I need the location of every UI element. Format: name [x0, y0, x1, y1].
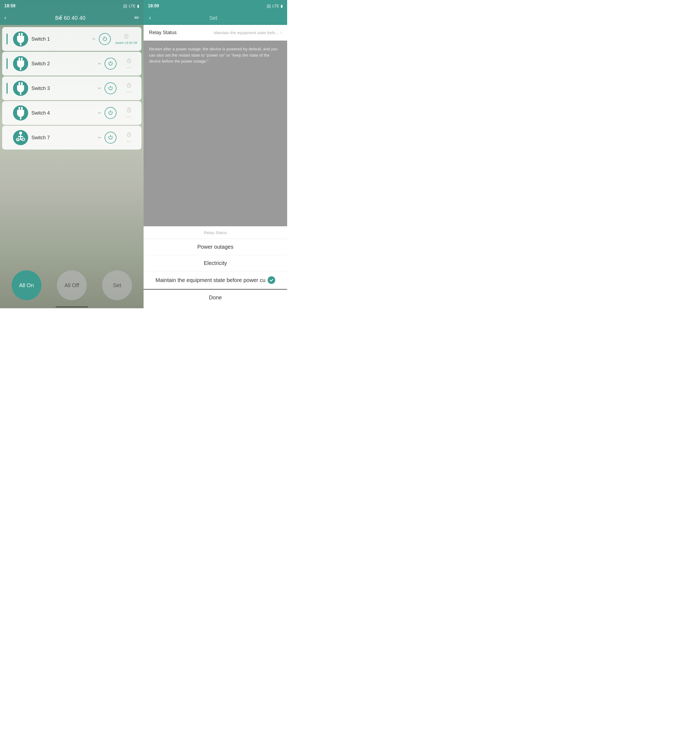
switch-1-icon	[13, 31, 28, 47]
right-nav-bar: ‹ Set	[144, 11, 287, 25]
left-signal: ||||	[123, 4, 127, 8]
switch-4-edit-icon[interactable]: ✏	[98, 111, 101, 115]
switch-4-power-button[interactable]	[105, 107, 116, 119]
left-back-button[interactable]: ‹	[4, 14, 6, 22]
right-network: LTE	[272, 4, 279, 8]
switch-7-edit-icon[interactable]: ✏	[98, 135, 101, 140]
power-icon-4	[107, 110, 113, 116]
svg-rect-4	[19, 58, 20, 61]
switch-7-timer-text: --:--	[126, 140, 131, 143]
switch-row-4: Switch 4 ✏	[2, 101, 141, 125]
clock-icon-4	[126, 107, 132, 114]
svg-rect-8	[19, 82, 20, 86]
left-battery: ▮	[137, 4, 139, 8]
right-back-button[interactable]: ‹	[149, 14, 151, 22]
switch-4-timer-text: --:--	[126, 115, 131, 119]
picker-option-maintain-label: Maintain the equipment state before powe…	[155, 277, 265, 283]
switch-7-timer[interactable]: --:--	[121, 132, 137, 143]
power-icon-7	[107, 135, 113, 141]
switch-2-icon	[13, 56, 28, 71]
switch-2-label: Switch 2	[31, 61, 94, 67]
clock-icon-1	[123, 34, 129, 40]
switch-4-accent	[6, 107, 8, 118]
svg-rect-14	[20, 117, 22, 120]
svg-rect-13	[21, 107, 23, 110]
left-home-indicator	[0, 307, 144, 308]
right-battery: ▮	[281, 4, 283, 8]
switch-1-controls: Switch 19:30 Off	[99, 33, 137, 45]
switch-3-edit-icon[interactable]: ✏	[98, 86, 101, 90]
switch-4-icon	[13, 106, 28, 121]
switch-3-label: Switch 3	[31, 85, 94, 91]
left-network: LTE	[129, 4, 135, 8]
right-status-bar: 18:59 |||| LTE ▮	[144, 0, 287, 11]
picker-option-electricity[interactable]: Electricity	[144, 255, 287, 272]
right-nav-title: Set	[210, 15, 217, 21]
switch-1-timer[interactable]: Switch 19:30 Off	[115, 34, 137, 44]
relay-status-row[interactable]: Relay Status Maintain the equipment stat…	[144, 25, 287, 40]
switch-row-3: Switch 3 ✏	[2, 76, 141, 100]
set-button[interactable]: Set	[102, 270, 132, 300]
all-on-button[interactable]: All On	[12, 270, 42, 300]
alarm-clock-icon-1	[123, 34, 129, 40]
picker-option-maintain[interactable]: Maintain the equipment state before powe…	[144, 272, 287, 289]
power-icon-1	[102, 36, 108, 42]
power-icon-3	[107, 85, 113, 91]
switch-2-timer[interactable]: --:--	[121, 58, 137, 69]
switch-4-timer[interactable]: --:--	[121, 107, 137, 119]
svg-rect-9	[21, 82, 23, 86]
switch-row-7: Switch 7 ✏	[2, 126, 141, 149]
switch-2-edit-icon[interactable]: ✏	[98, 62, 101, 66]
plug-icon-4	[13, 106, 28, 121]
svg-rect-2	[20, 43, 22, 45]
picker-option-power-outages[interactable]: Power outages	[144, 239, 287, 255]
bottom-buttons: All On All Off Set	[0, 266, 144, 307]
left-status-right: |||| LTE ▮	[123, 4, 139, 8]
picker-option-electricity-label: Electricity	[204, 260, 227, 266]
power-icon-2	[107, 61, 113, 67]
alarm-clock-icon-2	[126, 58, 132, 64]
left-time: 18:59	[4, 3, 16, 8]
switch-7-accent	[6, 132, 8, 143]
switch-3-timer[interactable]: --:--	[121, 82, 137, 94]
switch-4-label: Switch 4	[31, 110, 94, 116]
svg-rect-20	[22, 138, 25, 141]
switch-3-timer-text: --:--	[126, 90, 131, 94]
switch-4-controls: --:--	[105, 107, 137, 119]
done-button[interactable]: Done	[144, 289, 287, 306]
alarm-clock-icon-7	[126, 132, 132, 138]
svg-rect-10	[20, 92, 22, 95]
switch-3-power-button[interactable]	[105, 82, 116, 94]
picker-option-power-outages-label: Power outages	[197, 244, 233, 250]
clock-icon-3	[126, 82, 132, 90]
switch-2-controls: --:--	[105, 58, 137, 70]
svg-rect-5	[21, 58, 23, 61]
clock-icon-7	[126, 132, 132, 139]
plug-icon-1	[13, 31, 28, 47]
right-panel: 18:59 |||| LTE ▮ ‹ Set Relay Status Main…	[144, 0, 287, 308]
svg-rect-6	[20, 68, 22, 70]
switch-7-controls: --:--	[105, 132, 137, 144]
switch-7-power-button[interactable]	[105, 132, 116, 144]
left-status-bar: 18:59 |||| LTE ▮	[0, 0, 144, 11]
relay-status-value: Maintain the equipment state befo...	[214, 30, 278, 35]
switch-2-timer-text: --:--	[126, 65, 131, 69]
switch-1-edit-icon[interactable]: ✏	[92, 37, 96, 41]
switch-1-timer-text: Switch 19:30 Off	[115, 41, 137, 44]
svg-rect-12	[19, 107, 20, 110]
svg-rect-0	[19, 33, 20, 37]
switch-3-icon	[13, 81, 28, 96]
switch-2-power-button[interactable]	[105, 58, 116, 70]
picker-section: Relay Status Power outages Electricity M…	[144, 226, 287, 306]
left-edit-button[interactable]: ✏	[134, 14, 139, 22]
switch-1-power-button[interactable]	[99, 33, 111, 45]
plug-icon-3	[13, 81, 28, 96]
right-signal: ||||	[267, 4, 271, 8]
all-off-button[interactable]: All Off	[57, 270, 87, 300]
left-panel: 18:59 |||| LTE ▮ ‹ Bể 60 40 40 ✏ Switch	[0, 0, 144, 308]
description-area: Restart after a power outage: the device…	[144, 40, 287, 226]
switch-7-icon	[13, 130, 28, 145]
switch-2-accent	[6, 58, 8, 69]
usb-icon	[13, 130, 28, 145]
switches-container: Switch 1 ✏	[0, 25, 144, 266]
